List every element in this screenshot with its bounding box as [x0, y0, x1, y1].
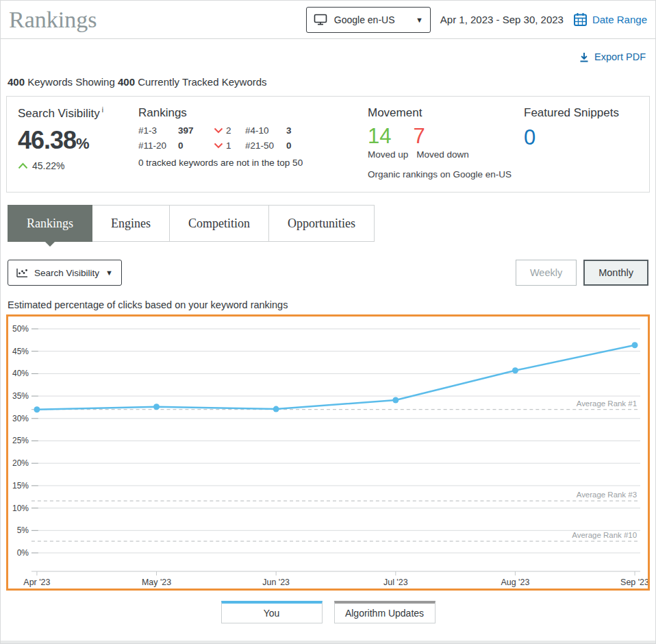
tab-label: Rankings	[27, 216, 73, 231]
line-chart-icon	[16, 268, 28, 277]
rankings-stat: Rankings #1-3 397 2 #4-10 3 #11-20 0 1 #…	[138, 106, 368, 181]
page-title: Rankings	[9, 7, 306, 33]
chevron-down-red-icon	[214, 127, 223, 134]
monitor-icon	[314, 14, 327, 25]
chevron-down-icon: ▼	[416, 16, 423, 24]
rank-range-label: #4-10	[245, 125, 286, 136]
rank-down-delta: 2	[214, 125, 245, 136]
rankings-stat-title: Rankings	[138, 106, 368, 120]
rankings-grid: #1-3 397 2 #4-10 3 #11-20 0 1 #21-50 0	[138, 125, 368, 151]
tracked-keywords-text: Currently Tracked Keywords	[138, 76, 266, 88]
chart-controls: Search Visibility ▼ Weekly Monthly	[8, 260, 648, 286]
svg-text:25%: 25%	[12, 436, 29, 445]
search-visibility-value: 46.38%	[18, 126, 138, 155]
legend-button-algorithm-updates[interactable]: Algorithm Updates	[334, 601, 436, 623]
chevron-down-icon: ▼	[105, 269, 113, 277]
keywords-summary: 400 Keywords Showing 400 Currently Track…	[1, 65, 655, 88]
tab-opportunities[interactable]: Opportunities	[269, 205, 375, 242]
rankings-page: Rankings Google en-US ▼ Apr 1, 2023 - Se…	[0, 0, 656, 644]
keyword-count: 400	[8, 76, 25, 88]
svg-text:35%: 35%	[12, 391, 29, 401]
engine-selector-dropdown[interactable]: Google en-US ▼	[306, 7, 431, 33]
chart-legend: YouAlgorithm Updates	[1, 601, 655, 623]
rankings-footnote: 0 tracked keywords are not in the top 50	[138, 158, 368, 168]
bottom-strip	[1, 641, 655, 643]
featured-snippets-value: 0	[524, 125, 619, 150]
svg-text:15%: 15%	[12, 481, 29, 491]
rank-range-value: 3	[286, 125, 307, 136]
section-tabs: Rankings Engines Competition Opportuniti…	[8, 205, 655, 242]
download-icon	[579, 52, 589, 62]
svg-text:10%: 10%	[12, 504, 29, 513]
rank-range-value: 397	[178, 125, 214, 136]
svg-text:Aug '23: Aug '23	[501, 578, 529, 587]
movement-title: Movement	[368, 106, 524, 120]
svg-text:Average Rank #10: Average Rank #10	[572, 531, 637, 539]
search-visibility-change-value: 45.22%	[32, 160, 64, 171]
tab-rankings[interactable]: Rankings	[8, 205, 92, 242]
search-visibility-chart[interactable]: 50%45%40%35%30%25%20%15%10%5%0%Average R…	[6, 314, 650, 591]
moved-down-value: 7	[413, 125, 425, 148]
featured-snippets-stat: Featured Snippets 0	[524, 106, 619, 181]
rank-range-value: 0	[178, 140, 214, 151]
svg-text:50%: 50%	[12, 324, 29, 334]
svg-text:May '23: May '23	[142, 578, 171, 587]
engine-selector-value: Google en-US	[334, 14, 409, 25]
export-row: Export PDF	[1, 39, 655, 65]
export-pdf-label: Export PDF	[594, 51, 646, 62]
date-range-button[interactable]: Date Range	[573, 12, 647, 27]
tab-label: Opportunities	[288, 216, 355, 231]
movement-footnote: Organic rankings on Google en-US	[368, 169, 524, 179]
metric-selector-dropdown[interactable]: Search Visibility ▼	[8, 260, 122, 286]
date-range-text: Apr 1, 2023 - Sep 30, 2023	[440, 14, 564, 25]
svg-text:Average Rank #3: Average Rank #3	[577, 491, 637, 499]
search-visibility-change: 45.22%	[18, 160, 138, 171]
search-visibility-title: Search Visibilityi	[18, 106, 138, 121]
svg-text:Apr '23: Apr '23	[23, 578, 50, 587]
tab-label: Engines	[111, 216, 151, 231]
rank-range-value: 0	[286, 140, 307, 151]
search-visibility-stat: Search Visibilityi 46.38% 45.22%	[18, 106, 138, 181]
chart-caption: Estimated percentage of clicks based on …	[8, 299, 655, 310]
svg-text:5%: 5%	[17, 525, 29, 535]
svg-text:20%: 20%	[12, 458, 29, 468]
legend-button-you[interactable]: You	[221, 601, 323, 623]
monthly-button[interactable]: Monthly	[583, 260, 648, 286]
svg-text:Average Rank #1: Average Rank #1	[577, 399, 637, 408]
keywords-showing-text: Keywords Showing	[27, 76, 115, 88]
tab-competition[interactable]: Competition	[170, 205, 269, 242]
moved-down-label: Moved down	[416, 149, 469, 160]
date-range-link-label: Date Range	[592, 14, 647, 25]
movement-stat: Movement 14 7 Moved up Moved down Organi…	[368, 106, 524, 181]
rank-range-label: #1-3	[138, 125, 178, 136]
weekly-button[interactable]: Weekly	[516, 260, 577, 286]
featured-snippets-title: Featured Snippets	[524, 106, 619, 120]
movement-labels: Moved up Moved down	[368, 149, 524, 160]
tracked-count: 400	[118, 76, 135, 88]
info-icon[interactable]: i	[102, 106, 103, 114]
svg-text:Jun '23: Jun '23	[262, 578, 290, 587]
stats-panel: Search Visibilityi 46.38% 45.22% Ranking…	[6, 96, 650, 193]
svg-text:0%: 0%	[17, 548, 29, 558]
export-pdf-button[interactable]: Export PDF	[579, 49, 646, 65]
svg-text:40%: 40%	[12, 369, 29, 378]
rank-range-label: #21-50	[245, 140, 286, 151]
moved-up-label: Moved up	[368, 149, 408, 160]
movement-values: 14 7	[368, 125, 524, 148]
calendar-icon	[573, 12, 588, 27]
svg-text:Sep '23: Sep '23	[620, 578, 648, 587]
svg-text:Jul '23: Jul '23	[383, 578, 408, 587]
chevron-up-icon	[18, 162, 28, 169]
line-chart-canvas: 50%45%40%35%30%25%20%15%10%5%0%Average R…	[8, 317, 648, 589]
chevron-down-red-icon	[214, 143, 223, 149]
metric-selector-value: Search Visibility	[34, 268, 99, 278]
moved-up-value: 14	[368, 125, 391, 148]
svg-text:45%: 45%	[12, 347, 29, 356]
svg-text:30%: 30%	[12, 414, 29, 423]
rank-range-label: #11-20	[138, 140, 178, 151]
page-header: Rankings Google en-US ▼ Apr 1, 2023 - Se…	[1, 1, 655, 39]
tab-label: Competition	[188, 216, 250, 231]
tab-engines[interactable]: Engines	[92, 205, 170, 242]
rank-down-delta: 1	[214, 140, 245, 151]
